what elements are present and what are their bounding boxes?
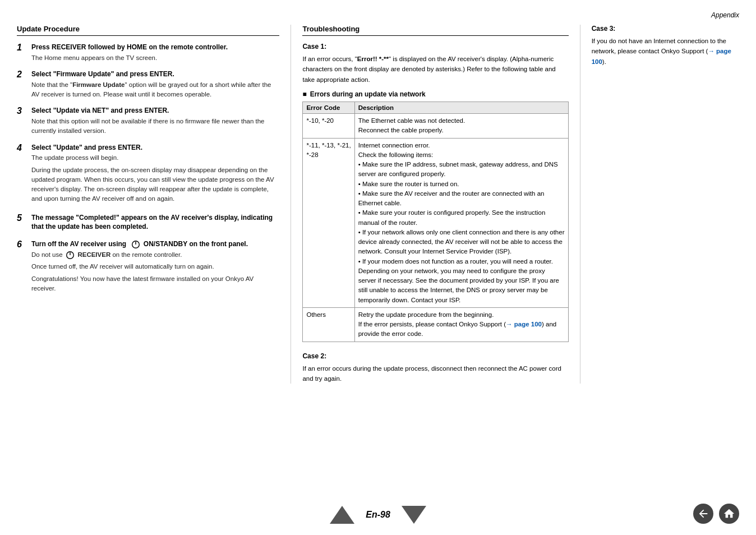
- back-button[interactable]: [693, 504, 713, 524]
- step-5-number: 5: [17, 213, 27, 223]
- case2-body: If an error occurs during the update pro…: [302, 363, 568, 384]
- step-5-title: The message "Completed!" appears on the …: [31, 213, 279, 232]
- troubleshooting-column: Troubleshooting Case 1: If an error occu…: [291, 25, 580, 384]
- page: Appendix Update Procedure 1 Press RECEIV…: [0, 0, 756, 535]
- back-icon: [697, 508, 709, 520]
- case3-body: If you do not have an Internet connectio…: [592, 36, 739, 67]
- step-4-title: Select "Update" and press ENTER.: [31, 143, 279, 153]
- step-3-number: 3: [17, 106, 27, 116]
- case3-title: Case 3:: [592, 25, 739, 33]
- step-2: 2 Select "Firmware Update" and press ENT…: [17, 70, 279, 99]
- prev-page-button[interactable]: [330, 506, 354, 524]
- case2-section: Case 2: If an error occurs during the up…: [302, 352, 568, 384]
- step-1: 1 Press RECEIVER followed by HOME on the…: [17, 43, 279, 63]
- table-row: *-10, *-20 The Ethernet cable was not de…: [303, 114, 568, 139]
- table-row: Others Retry the update procedure from t…: [303, 307, 568, 342]
- step-6-body: Do not use RECEIVER on the remote contro…: [31, 250, 279, 293]
- step-1-number: 1: [17, 43, 27, 53]
- step-6: 6 Turn off the AV receiver using ON/STAN…: [17, 239, 279, 296]
- home-icon: [723, 508, 735, 520]
- error-code-others: Others: [303, 307, 354, 342]
- step-1-body: The Home menu appears on the TV screen.: [31, 53, 228, 63]
- step-4-number: 4: [17, 143, 27, 153]
- step-6-number: 6: [17, 239, 27, 250]
- content-columns: Update Procedure 1 Press RECEIVER follow…: [17, 25, 739, 384]
- step-2-title: Select "Firmware Update" and press ENTER…: [31, 70, 279, 79]
- error-desc-2: Internet connection error. Check the fol…: [354, 138, 568, 307]
- table-header-desc: Description: [354, 102, 568, 114]
- step-2-number: 2: [17, 70, 27, 80]
- case1-intro: If an error occurs, "Error!! *-**" is di…: [302, 54, 568, 85]
- step-4: 4 Select "Update" and press ENTER. The u…: [17, 143, 279, 206]
- step-2-body: Note that the "Firmware Update" option w…: [31, 80, 279, 100]
- bottom-navigation: En-98: [0, 506, 756, 524]
- appendix-label: Appendix: [17, 11, 739, 19]
- error-desc-others: Retry the update procedure from the begi…: [354, 307, 568, 342]
- case2-title: Case 2:: [302, 352, 568, 360]
- case1-title: Case 1:: [302, 43, 568, 50]
- error-code-2: *-11, *-13, *-21,*-28: [303, 138, 354, 307]
- step-1-title: Press RECEIVER followed by HOME on the r…: [31, 43, 228, 52]
- bottom-icons: [693, 504, 739, 524]
- step-5: 5 The message "Completed!" appears on th…: [17, 213, 279, 233]
- update-procedure-column: Update Procedure 1 Press RECEIVER follow…: [17, 25, 291, 384]
- error-code-1: *-10, *-20: [303, 114, 354, 139]
- page-number: En-98: [366, 510, 390, 520]
- link-page100-case3: → page 100: [592, 48, 731, 64]
- link-page100-others: → page 100: [506, 321, 542, 328]
- errors-section-title: Errors during an update via network: [302, 90, 568, 98]
- next-page-button[interactable]: [402, 506, 426, 524]
- home-button[interactable]: [719, 504, 739, 524]
- table-header-code: Error Code: [303, 102, 354, 114]
- step-4-body: The update process will begin. During th…: [31, 153, 279, 204]
- step-3-body: Note that this option will not be availa…: [31, 117, 279, 136]
- errors-table: Error Code Description *-10, *-20 The Et…: [302, 102, 568, 342]
- step-6-title: Turn off the AV receiver using ON/STANDB…: [31, 239, 279, 249]
- case3-column: Case 3: If you do not have an Internet c…: [580, 25, 739, 384]
- troubleshooting-title: Troubleshooting: [302, 25, 568, 36]
- update-procedure-title: Update Procedure: [17, 25, 279, 36]
- step-3: 3 Select "Update via NET" and press ENTE…: [17, 106, 279, 136]
- error-desc-1: The Ethernet cable was not detected.Reco…: [354, 114, 568, 139]
- table-row: *-11, *-13, *-21,*-28 Internet connectio…: [303, 138, 568, 307]
- step-3-title: Select "Update via NET" and press ENTER.: [31, 106, 279, 116]
